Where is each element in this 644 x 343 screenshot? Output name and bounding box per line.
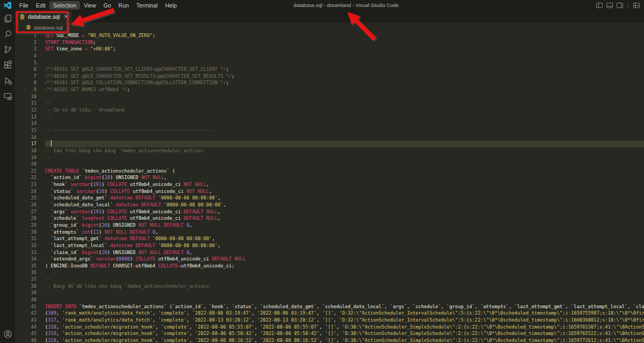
line-number: 1	[15, 32, 45, 39]
toggle-primary-sidebar-icon[interactable]	[596, 3, 603, 8]
code-line-35[interactable]: 35) ENGINE=InnoDB DEFAULT CHARSET=utf8mb…	[15, 263, 644, 270]
code-line-32[interactable]: 32 `last_attempt_local` datetime DEFAULT…	[15, 242, 644, 249]
code-line-40[interactable]: 40	[15, 296, 644, 303]
tab-close-icon[interactable]: ×	[64, 13, 68, 20]
line-number: 6	[15, 66, 45, 73]
code-line-14[interactable]: 14	[15, 120, 644, 127]
breadcrumb[interactable]: database.sql	[15, 23, 644, 32]
code-line-36[interactable]: 36	[15, 269, 644, 276]
code-line-38[interactable]: 38-- Đang đổ dữ liệu cho bảng `tmdev_act…	[15, 283, 644, 290]
code-line-3[interactable]: 3SET time_zone = "+00:00";	[15, 46, 644, 53]
code-line-34[interactable]: 34 `extended_args` varchar(8000) COLLATE…	[15, 256, 644, 263]
code-line-24[interactable]: 24 `status` varchar(20) COLLATE utf8mb4_…	[15, 188, 644, 195]
code-line-27[interactable]: 27 `args` varchar(191) COLLATE utf8mb4_u…	[15, 208, 644, 215]
code-line-1[interactable]: 1SET SQL_MODE = "NO_AUTO_VALUE_ON_ZERO";	[15, 32, 644, 39]
layout-separator: |	[627, 3, 629, 9]
code-line-6[interactable]: 6/*!40101 SET @OLD_CHARACTER_SET_CLIENT=…	[15, 66, 644, 73]
code-line-31[interactable]: 31 `last_attempt_gmt` datetime DEFAULT '…	[15, 235, 644, 242]
code-line-41[interactable]: 41INSERT INTO `tmdev_actionscheduler_act…	[15, 303, 644, 310]
line-number: 17	[15, 140, 45, 147]
code-line-25[interactable]: 25 `scheduled_date_gmt` datetime DEFAULT…	[15, 195, 644, 202]
customize-layout-icon[interactable]	[633, 3, 640, 8]
code-line-46[interactable]: 46(320, 'action_scheduler/migration_hook…	[15, 337, 644, 343]
line-number: 23	[15, 181, 45, 188]
code-line-11[interactable]: 11--	[15, 100, 644, 107]
code-line-26[interactable]: 26 `scheduled_date_local` datetime DEFAU…	[15, 202, 644, 208]
code-line-8[interactable]: 8/*!40101 SET @OLD_COLLATION_CONNECTION=…	[15, 79, 644, 86]
line-number: 30	[15, 229, 45, 236]
tab-label: database.sql	[28, 13, 60, 20]
code-line-22[interactable]: 22 `action_id` bigint(20) UNSIGNED NOT N…	[15, 174, 644, 181]
code-line-19[interactable]: 19--	[15, 154, 644, 161]
line-number: 24	[15, 188, 45, 195]
account-icon[interactable]	[0, 326, 15, 342]
line-number: 10	[15, 93, 45, 100]
code-line-17[interactable]: 17--	[15, 140, 644, 147]
search-icon[interactable]	[0, 26, 15, 42]
line-number: 28	[15, 215, 45, 222]
code-line-2[interactable]: 2START TRANSACTION;	[15, 39, 644, 46]
code-line-42[interactable]: 42(309, 'rank_math/analytics/data_fetch'…	[15, 310, 644, 317]
line-number: 45	[15, 330, 45, 337]
menu-selection[interactable]: Selection	[49, 1, 80, 10]
code-line-37[interactable]: 37--	[15, 276, 644, 283]
code-line-5[interactable]: 5	[15, 59, 644, 66]
menu-run[interactable]: Run	[115, 1, 133, 10]
code-line-33[interactable]: 33 `claim_id` bigint(20) UNSIGNED NOT NU…	[15, 249, 644, 256]
code-line-39[interactable]: 39--	[15, 289, 644, 296]
line-number: 19	[15, 154, 45, 161]
code-line-20[interactable]: 20	[15, 161, 644, 168]
menu-view[interactable]: View	[80, 1, 100, 10]
line-number: 8	[15, 79, 45, 86]
line-number: 44	[15, 324, 45, 331]
extensions-icon[interactable]	[0, 57, 15, 73]
line-number: 43	[15, 317, 45, 324]
code-line-12[interactable]: 12-- Cơ sở dữ liệu: `dreamland`	[15, 107, 644, 114]
code-line-28[interactable]: 28 `schedule` longtext COLLATE utf8mb4_u…	[15, 215, 644, 222]
code-line-23[interactable]: 23 `hook` varchar(191) COLLATE utf8mb4_u…	[15, 181, 644, 188]
code-area[interactable]: 1SET SQL_MODE = "NO_AUTO_VALUE_ON_ZERO";…	[15, 32, 644, 343]
line-number: 32	[15, 242, 45, 249]
code-line-15[interactable]: 15-- -----------------------------------…	[15, 127, 644, 134]
menu-file[interactable]: File	[16, 1, 32, 10]
toggle-secondary-sidebar-icon[interactable]	[617, 3, 623, 8]
menubar: FileEditSelectionViewGoRunTerminalHelp	[16, 0, 180, 11]
code-line-7[interactable]: 7/*!40101 SET @OLD_CHARACTER_SET_RESULTS…	[15, 73, 644, 80]
menu-terminal[interactable]: Terminal	[133, 1, 162, 10]
line-number: 29	[15, 222, 45, 229]
tab-database-sql[interactable]: database.sql ×	[15, 11, 73, 23]
code-line-29[interactable]: 29 `group_id` bigint(20) UNSIGNED NOT NU…	[15, 222, 644, 229]
database-icon	[26, 25, 31, 30]
source-control-icon[interactable]	[0, 42, 15, 57]
code-line-44[interactable]: 44(318, 'action_scheduler/migration_hook…	[15, 324, 644, 331]
code-line-10[interactable]: 10	[15, 93, 644, 100]
line-number: 14	[15, 120, 45, 127]
code-line-4[interactable]: 4	[15, 53, 644, 59]
line-number: 37	[15, 276, 45, 283]
code-line-9[interactable]: 9/*!40101 SET NAMES utf8mb4 */;	[15, 86, 644, 93]
code-line-43[interactable]: 43(317, 'rank_math/analytics/data_fetch'…	[15, 317, 644, 324]
line-number: 22	[15, 174, 45, 181]
code-line-13[interactable]: 13--	[15, 114, 644, 121]
code-line-21[interactable]: 21CREATE TABLE `tmdev_actionscheduler_ac…	[15, 168, 644, 175]
line-number: 5	[15, 59, 45, 66]
line-number: 7	[15, 73, 45, 80]
run-debug-icon[interactable]	[0, 73, 15, 88]
line-number: 26	[15, 202, 45, 208]
line-number: 18	[15, 147, 45, 154]
line-number: 36	[15, 269, 45, 276]
line-number: 41	[15, 303, 45, 310]
code-line-16[interactable]: 16	[15, 134, 644, 141]
toggle-panel-icon[interactable]	[606, 3, 613, 8]
line-number: 2	[15, 39, 45, 46]
remote-explorer-icon[interactable]	[0, 88, 15, 104]
explorer-icon[interactable]	[0, 11, 15, 26]
menu-go[interactable]: Go	[100, 1, 115, 10]
menu-edit[interactable]: Edit	[32, 1, 49, 10]
code-line-30[interactable]: 30 `attempts` int(11) NOT NULL DEFAULT 0…	[15, 229, 644, 236]
line-number: 34	[15, 256, 45, 263]
line-number: 42	[15, 310, 45, 317]
menu-help[interactable]: Help	[162, 1, 181, 10]
code-line-18[interactable]: 18-- Cấu trúc bảng cho bảng `tmdev_actio…	[15, 147, 644, 154]
code-line-45[interactable]: 45(319, 'action_scheduler/migration_hook…	[15, 330, 644, 337]
